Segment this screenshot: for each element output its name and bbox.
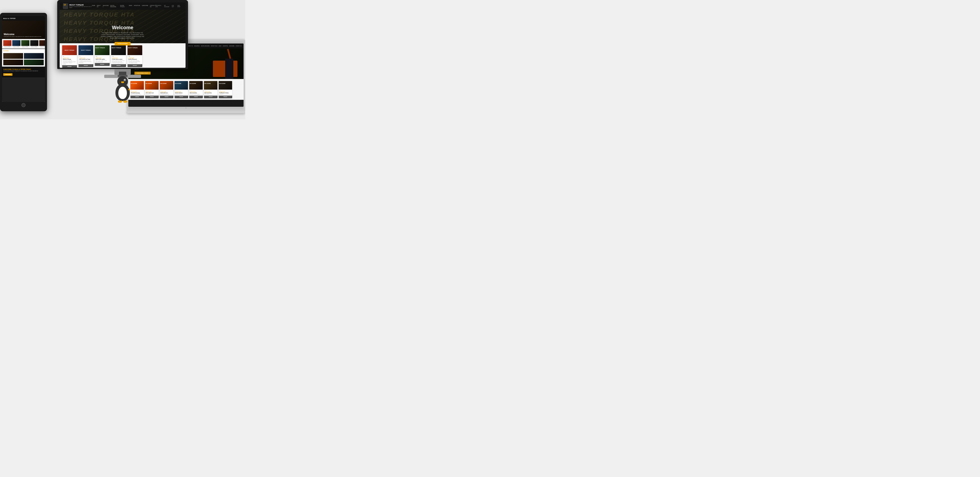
penguin-pupil	[124, 79, 126, 81]
nav-search[interactable]: 🔍 SEARCH SITE	[156, 5, 163, 7]
ln-contact[interactable]: CONTACT US	[235, 46, 242, 46]
lc-num-1: #4	[131, 90, 143, 91]
mag-order-btn-4[interactable]: ORDER	[111, 64, 126, 67]
tablet-subscribe-section: Subscribe to Bulk & Tipper today! THE DE…	[2, 67, 45, 78]
lc-cover-label-2: ON SCENE	[145, 82, 152, 84]
nav-contact[interactable]: CONTACT US	[150, 5, 156, 7]
ln-digital[interactable]: DIGITAL MAGAZINE	[201, 46, 210, 46]
nav-magazine[interactable]: MAGAZINE ▾	[103, 5, 109, 7]
tablet-content: BULK & TIPPER Welcome A DEDICATED HIGH-Q…	[2, 16, 45, 102]
mag-story-1: Winds of change	[63, 59, 76, 60]
lc-title-5: Bear necessities	[190, 92, 202, 93]
mag-num-2: #1	[79, 56, 92, 57]
monitor-screen: HEAVY TORQUE HTA HEAVY TORQUE HTA HEAVY …	[60, 2, 186, 68]
tablet-issue-2: BULK & TIPPER	[12, 40, 21, 48]
nav-sister[interactable]: SISTER TITLES ▾	[120, 5, 127, 7]
logo-text-block: HEAVY TORQUE DRIVING THE ABNORMAL LOAD I…	[69, 4, 92, 8]
desktop-monitor: HEAVY TORQUE HTA HEAVY TORQUE HTA HEAVY …	[57, 0, 188, 78]
lc-order-6[interactable]: ORDER	[204, 95, 217, 98]
nav-shop[interactable]: VISIT SHOP	[177, 5, 182, 7]
tablet-issue-cover-3	[21, 40, 29, 46]
tablet-issue-cover-2	[12, 40, 21, 46]
tablet-issue-1: BULK & TIPPER	[3, 40, 11, 48]
tablet-grid-item-3	[3, 60, 23, 65]
desktop-mag-cover-2: HEAVY TORQUE	[78, 45, 93, 55]
desktop-mag-info-4: #39 Cover story A fresh slant on plant H…	[111, 55, 126, 64]
lc-order-7[interactable]: ORDER	[219, 95, 232, 98]
tablet-subscribe-text: THE DEDICATED SPECIALIST TRANSPORT TITLE…	[3, 70, 44, 71]
scene-container: HEAVY TORQUE HTA HEAVY TORQUE HTA HEAVY …	[0, 0, 245, 119]
ln-sister[interactable]: SISTER TITLES	[211, 46, 218, 46]
desktop-mag-card-3: HEAVY TORQUE #40 Cover story Spirit of t…	[95, 45, 110, 66]
nav-news[interactable]: NEWS	[129, 5, 132, 7]
lc-order-5[interactable]: ORDER	[189, 95, 203, 98]
tablet-issue-label-2: BULK & TIPPER	[12, 46, 21, 48]
ln-advertise[interactable]: ADVERTISE	[223, 46, 228, 46]
tablet-issue-cover-5	[39, 40, 45, 46]
tablet-navigation: BULK & TIPPER	[2, 16, 45, 21]
desktop-navigation: 10 HEAVY TORQUE DRIVING THE ABNORMAL LOA…	[60, 2, 186, 10]
laptop-card-info-5: #13 Cover story Bear necessities Sometim…	[189, 90, 203, 95]
nav-home[interactable]: HOME	[92, 5, 95, 7]
tablet-subscribe-button[interactable]: SUBSCRIBE	[3, 73, 13, 76]
laptop-card-2: ON SCENE #3 Cover story All in a day's w…	[145, 81, 159, 98]
mag-order-btn-5[interactable]: ORDER	[127, 64, 142, 67]
ln-news[interactable]: NEWS	[219, 46, 221, 46]
lc-cover-label-4: ON SCENE	[175, 82, 181, 84]
desktop-mag-card-5: HEAVY TORQUE #38 Cover story Earthy Plea…	[127, 45, 142, 67]
tablet-home-button[interactable]	[21, 103, 25, 107]
cover-label-4: HEAVY TORQUE	[111, 47, 122, 49]
nav-account[interactable]: MY ACCOUNT	[164, 5, 170, 7]
mag-story-3: Spirit of the spitfire	[95, 59, 109, 60]
cover-label-5: HEAVY TORQUE	[127, 47, 138, 49]
mag-desc-3: Avalon pride examples just the same buil…	[95, 60, 109, 62]
lc-cover-label-5: ON SCENE	[189, 82, 196, 84]
ln-subscribe[interactable]: SUBSCRIBE	[229, 46, 234, 46]
lc-num-5: #13	[190, 90, 202, 91]
lc-title-2: All in a day's work	[146, 92, 158, 93]
nav-digital[interactable]: DIGITAL MAGAZINE	[110, 5, 119, 7]
desktop-hero-title: Welcome	[100, 25, 145, 30]
laptop-bottom-bezel	[128, 107, 243, 109]
desktop-mag-cover-5: HEAVY TORQUE	[127, 45, 142, 55]
tablet-subscribe-title: Subscribe to Bulk & Tipper today!	[3, 68, 44, 70]
lc-num-4: #1	[175, 90, 188, 91]
tablet-content-section: Featured	[2, 49, 45, 67]
lc-order-2[interactable]: ORDER	[145, 95, 159, 98]
penguin-left-foot	[118, 101, 122, 103]
lc-desc-1: Major Crash Industries steps up...	[131, 94, 143, 95]
ln-about[interactable]: ABOUT US	[188, 46, 193, 46]
lc-order-3[interactable]: ORDER	[160, 95, 173, 98]
tablet-issue-4: BULK & TIPPER	[30, 40, 38, 48]
lc-num-2: #3	[146, 90, 158, 91]
desktop-subscribe-button[interactable]: SUBSCRIBE	[115, 42, 130, 46]
logo-brand-name: HEAVY TORQUE	[69, 4, 92, 6]
tablet-issue-label-4: BULK & TIPPER	[30, 46, 38, 48]
desktop-mag-cover-3: HEAVY TORQUE	[95, 45, 110, 55]
nav-logout[interactable]: LOG OUT	[172, 5, 175, 7]
logo-anniversary: 10	[64, 4, 66, 6]
nav-advertise[interactable]: ADVERTISE	[134, 5, 140, 7]
tablet-device: BULK & TIPPER Welcome A DEDICATED HIGH-Q…	[0, 13, 47, 111]
cover-label-1: HEAVY TORQUE	[64, 49, 75, 51]
mag-order-btn-2[interactable]: ORDER	[78, 64, 93, 67]
nav-about[interactable]: ABOUT US	[97, 5, 101, 7]
penguin-body	[115, 84, 130, 101]
laptop-base	[127, 110, 245, 113]
lc-order-4[interactable]: ORDER	[175, 95, 188, 98]
lc-num-3: #2	[161, 90, 173, 91]
mag-order-btn-3[interactable]: ORDER	[95, 63, 110, 66]
mag-num-1: #2	[63, 56, 76, 57]
lc-title-4: Natural selection	[175, 92, 188, 93]
laptop-card-6: ON SCENE #12 Cover story Bear necessitie…	[204, 81, 217, 98]
watermark-line-1: HEAVY TORQUE HTA	[64, 11, 181, 18]
desktop-logo: 10 HEAVY TORQUE DRIVING THE ABNORMAL LOA…	[63, 3, 92, 9]
tablet-hero-title: Welcome	[4, 33, 43, 36]
desktop-mag-card-2: HEAVY TORQUE #1 Cover story ALE unveils …	[78, 45, 93, 67]
laptop-card-cover-7: ON SCENE	[219, 81, 232, 90]
nav-subscribe[interactable]: SUBSCRIBE	[142, 5, 148, 7]
desktop-mag-info-3: #40 Cover story Spirit of the spitfire A…	[95, 55, 110, 63]
ln-magazine[interactable]: MAGAZINE ▾	[194, 46, 200, 46]
mag-order-btn-1[interactable]: ORDER	[62, 65, 77, 68]
mag-story-5: Earthy Pleasures!	[128, 59, 142, 60]
